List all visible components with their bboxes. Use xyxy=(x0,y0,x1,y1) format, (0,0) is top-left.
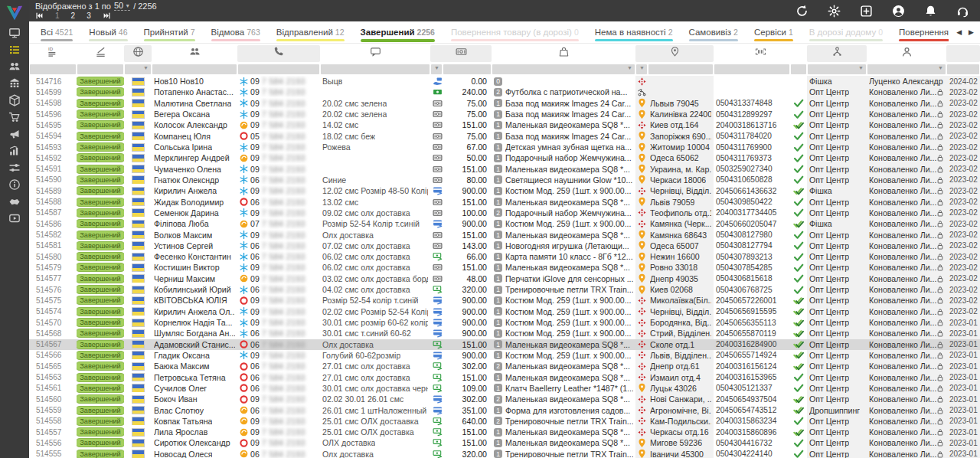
column-header-money[interactable] xyxy=(430,45,492,62)
table-row[interactable]: 514568ЗавершенийШумляс Богдана Ан...067 … xyxy=(29,328,980,339)
tab-8[interactable]: Нема в наявності2 xyxy=(590,28,678,41)
filter-phone[interactable] xyxy=(238,64,319,74)
sidebar-item-tools[interactable] xyxy=(0,161,29,178)
sidebar-item-info[interactable] xyxy=(0,178,29,195)
filter-name[interactable] xyxy=(152,64,237,74)
table-row[interactable]: 514595ЗавершенийКолосок Александр097 584… xyxy=(29,119,980,130)
table-row[interactable]: 514561ЗавершенийСучилов Олег067 584 2193… xyxy=(29,383,980,394)
table-row[interactable]: 514587ЗавершенийСеменюк Дарина097 584 21… xyxy=(29,208,980,218)
filter-amount[interactable] xyxy=(443,64,491,74)
column-header-date[interactable] xyxy=(946,45,980,62)
table-row[interactable]: 514593ЗавершенийСольська Ірина097 584 21… xyxy=(29,142,980,152)
app-logo[interactable] xyxy=(0,0,29,26)
filter-payment[interactable]: ▼ xyxy=(431,64,442,74)
table-row[interactable]: 514563ЗавершенийПетровська Тетяна067 584… xyxy=(29,371,980,382)
refresh-icon[interactable] xyxy=(795,5,808,18)
table-row[interactable]: 514557ЗавершенийЛила Ярослав097 584 2193… xyxy=(29,427,980,437)
sidebar-item-tutorials[interactable] xyxy=(0,211,29,228)
tab-11[interactable]: В дорозі додому0 xyxy=(804,28,888,41)
filter-tracking[interactable] xyxy=(714,64,789,74)
column-header-tracking[interactable] xyxy=(714,45,807,62)
column-header-source[interactable] xyxy=(807,45,867,62)
first-page-icon[interactable] xyxy=(35,11,44,20)
tab-1[interactable]: Всі4521 xyxy=(35,28,78,41)
table-row[interactable]: 514575ЗавершенийКВІТОВСЬКА ЮЛІЯ097 584 2… xyxy=(29,295,980,306)
table-row[interactable]: 514579ЗавершенийКостишин Виктор097 584 2… xyxy=(29,262,980,273)
table-row[interactable]: 514577ЗавершенийЧерниш Максим097 584 219… xyxy=(29,273,980,284)
tab-9[interactable]: Самовивіз2 xyxy=(684,28,743,41)
sidebar-item-customers[interactable] xyxy=(0,60,29,77)
tab-scroll-right-icon[interactable]: ▶ xyxy=(969,29,974,36)
column-header-location[interactable] xyxy=(635,45,714,62)
table-row[interactable]: 514596ЗавершенийВегера Оксана097 584 219… xyxy=(29,109,980,119)
sidebar-item-dashboard[interactable] xyxy=(0,26,29,43)
table-row[interactable]: 514580ЗавершенийФесенко Константин067 58… xyxy=(29,251,980,262)
table-row[interactable]: 514591ЗавершенийЧумаченко Олена097 584 2… xyxy=(29,164,980,175)
table-row[interactable]: 514594ЗавершенийКомпанец Юля057 584 2193… xyxy=(29,131,980,142)
table-row[interactable]: 514559ЗавершенийВлас Слотюу067 584 21932… xyxy=(29,404,980,415)
profile-icon[interactable] xyxy=(892,5,905,18)
last-page-icon[interactable] xyxy=(103,11,111,20)
column-header-product[interactable] xyxy=(492,45,635,62)
filter-product[interactable]: ▼ xyxy=(492,64,635,74)
table-row[interactable]: 514567ЗавершенийАдамовский Станис...067 … xyxy=(29,339,980,350)
table-row[interactable]: 514555ЗавершенийНовосад Олеся067 584 219… xyxy=(29,449,980,458)
table-row[interactable]: 514590ЗавершенийГнатюк Олексндр067 584 2… xyxy=(29,175,980,185)
sidebar-item-company[interactable] xyxy=(0,77,29,93)
filter-status[interactable] xyxy=(77,64,123,74)
table-row[interactable]: 514716ЗавершенийНов10 Нов10097 584 2193В… xyxy=(29,76,980,87)
filter-id[interactable] xyxy=(30,64,76,74)
sidebar-item-statistics[interactable] xyxy=(0,144,29,161)
sidebar-item-marketing[interactable] xyxy=(0,127,29,144)
column-header-flag[interactable] xyxy=(124,45,152,62)
table-row[interactable]: 514576ЗавершенийКобилинський Юрий067 584… xyxy=(29,284,980,295)
page-button-2[interactable]: 2 xyxy=(71,11,76,20)
page-button-1[interactable]: 1 xyxy=(55,11,60,20)
tab-2[interactable]: Новый46 xyxy=(83,28,132,41)
page-size-dropdown[interactable]: 50▼ xyxy=(114,1,130,11)
tab-3[interactable]: Прийнятий7 xyxy=(139,28,201,41)
table-row[interactable]: 514582ЗавершенийВолков Максим097 584 219… xyxy=(29,229,980,240)
column-header-phone[interactable] xyxy=(237,45,320,62)
column-header-comment[interactable] xyxy=(320,45,430,62)
filter-source[interactable]: ▼ xyxy=(808,64,866,74)
sidebar-item-products[interactable] xyxy=(0,93,29,110)
table-row[interactable]: 514586ЗавершенийФіліпова Люба077 584 219… xyxy=(29,218,980,229)
sidebar-item-purchases[interactable] xyxy=(0,110,29,127)
table-row[interactable]: 514598ЗавершенийМалютина Светлана097 584… xyxy=(29,98,980,109)
table-row[interactable]: 514565ЗавершенийБаюка Максим067 584 2193… xyxy=(29,361,980,371)
table-row[interactable]: 514581ЗавершенийУстинов Сергей067 584 21… xyxy=(29,240,980,251)
tab-scroll-left-icon[interactable]: ◀ xyxy=(956,29,962,36)
tab-6[interactable]: Завершений2256 xyxy=(355,28,440,42)
table-row[interactable]: 514592ЗавершенийМерклингер Андрей097 584… xyxy=(29,152,980,163)
column-header-status[interactable] xyxy=(77,45,124,62)
page-button-3[interactable]: 3 xyxy=(87,11,91,20)
filter-manager[interactable]: ▼ xyxy=(867,64,946,74)
filter-location-icon[interactable]: ▼ xyxy=(636,64,647,74)
tab-7[interactable]: Повернення товару (в дорозі)0 xyxy=(446,28,584,41)
filter-location[interactable] xyxy=(648,64,713,74)
support-icon[interactable] xyxy=(956,5,969,18)
notifications-icon[interactable] xyxy=(924,5,937,18)
tab-10[interactable]: Сервіси1 xyxy=(749,28,799,41)
filter-flag[interactable]: ▼ xyxy=(125,64,151,74)
table-row[interactable]: 514574ЗавершенийКирилич Анжела Ол...097 … xyxy=(29,306,980,317)
filter-comment[interactable] xyxy=(321,64,430,74)
table-row[interactable]: 514556ЗавершенийСиротюк Олександр097 584… xyxy=(29,437,980,448)
sidebar-item-orders[interactable] xyxy=(0,43,29,60)
table-row[interactable]: 514570ЗавершенийКорнелюк Надія Та...097 … xyxy=(29,317,980,328)
sidebar-item-partners[interactable] xyxy=(0,195,29,211)
settings-icon[interactable] xyxy=(828,5,841,18)
table-row[interactable]: 514558ЗавершенийКовпак Татьяна097 584 21… xyxy=(29,416,980,427)
column-header-id[interactable]: ID xyxy=(29,45,77,62)
column-header-manager[interactable] xyxy=(867,45,946,62)
filter-date[interactable] xyxy=(947,64,979,74)
table-row[interactable]: 514566ЗавершенийГладик Оксана097 584 219… xyxy=(29,350,980,361)
table-row[interactable]: 514588ЗавершенийЖидак Володимир067 584 2… xyxy=(29,196,980,207)
tab-4[interactable]: Відмова763 xyxy=(206,28,266,41)
filter-check[interactable] xyxy=(791,64,806,74)
table-row[interactable]: 514599ЗавершенийПотапенко Анастас...097 … xyxy=(29,87,980,97)
table-row[interactable]: 514589ЗавершенийКирилич Анжела097 584 21… xyxy=(29,185,980,196)
add-icon[interactable] xyxy=(860,5,873,18)
column-header-name[interactable] xyxy=(152,45,237,62)
